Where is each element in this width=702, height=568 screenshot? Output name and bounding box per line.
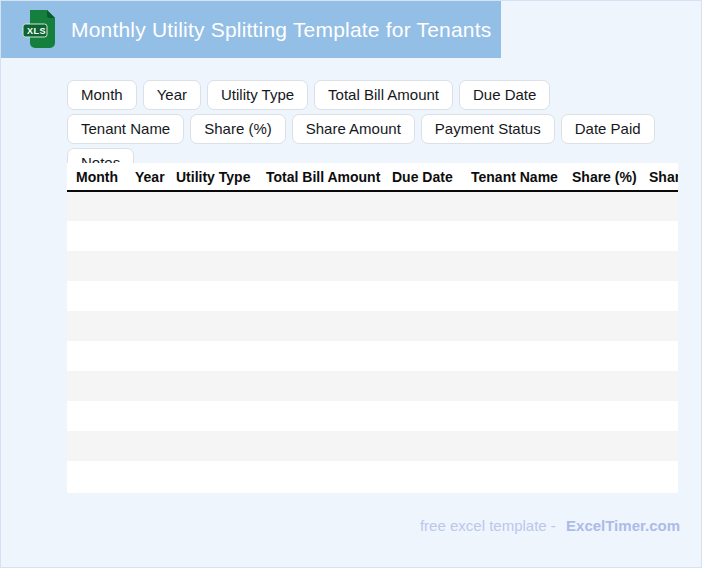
table-cell [67,371,126,401]
table-cell [167,311,257,341]
table-cell [640,221,678,251]
table-cell [67,281,126,311]
table-body [67,191,678,491]
table-cell [383,251,462,281]
table-cell [257,311,383,341]
chip-total-bill-amount[interactable]: Total Bill Amount [314,80,453,110]
table-cell [257,401,383,431]
table-cell [383,371,462,401]
table-cell [640,461,678,491]
chip-date-paid[interactable]: Date Paid [561,114,655,144]
chip-share[interactable]: Share (%) [190,114,286,144]
chip-month[interactable]: Month [67,80,137,110]
table-row [67,251,678,281]
table-cell [640,251,678,281]
column-header-total-bill-amount: Total Bill Amount [257,163,383,191]
table-cell [167,371,257,401]
column-header-year: Year [126,163,167,191]
table-cell [167,191,257,221]
page-title: Monthly Utility Splitting Template for T… [71,18,491,42]
table-cell [462,221,563,251]
table-cell [126,461,167,491]
table-cell [383,431,462,461]
chip-due-date[interactable]: Due Date [459,80,550,110]
table-cell [640,311,678,341]
table-cell [563,341,640,371]
table-cell [167,431,257,461]
table-cell [126,191,167,221]
table-cell [67,221,126,251]
table-cell [563,221,640,251]
table-cell [563,371,640,401]
table-header-row: MonthYearUtility TypeTotal Bill AmountDu… [67,163,678,191]
table-cell [67,191,126,221]
table-cell [462,191,563,221]
table-cell [383,461,462,491]
table-cell [383,311,462,341]
table-cell [167,221,257,251]
table-cell [167,281,257,311]
table-cell [126,341,167,371]
table-cell [640,371,678,401]
table-cell [257,221,383,251]
column-header-due-date: Due Date [383,163,462,191]
table-cell [462,461,563,491]
table-row [67,341,678,371]
table-cell [383,341,462,371]
table-cell [126,311,167,341]
table-cell [67,251,126,281]
table-row [67,191,678,221]
table-cell [640,431,678,461]
table-cell [167,251,257,281]
chip-payment-status[interactable]: Payment Status [421,114,555,144]
chip-tenant-name[interactable]: Tenant Name [67,114,184,144]
table-row [67,311,678,341]
table-cell [563,431,640,461]
svg-text:XLS: XLS [27,26,46,36]
column-header-month: Month [67,163,126,191]
footer-text: free excel template - [420,517,556,534]
xls-file-icon: XLS [21,9,58,51]
table-cell [67,401,126,431]
table-cell [126,401,167,431]
table-cell [257,431,383,461]
table-cell [640,341,678,371]
column-header-tenant-name: Tenant Name [462,163,563,191]
table-cell [383,401,462,431]
table-cell [257,341,383,371]
table-cell [126,371,167,401]
table-cell [563,281,640,311]
table-cell [383,221,462,251]
table-cell [462,341,563,371]
table-cell [67,341,126,371]
table-cell [167,461,257,491]
table-cell [126,251,167,281]
column-header-share: Share (%) [563,163,640,191]
chip-share-amount[interactable]: Share Amount [292,114,415,144]
table-cell [563,251,640,281]
table-cell [462,401,563,431]
table-cell [462,371,563,401]
column-header-utility-type: Utility Type [167,163,257,191]
table-cell [67,431,126,461]
table-row [67,371,678,401]
table-cell [257,281,383,311]
table-cell [563,191,640,221]
table-cell [126,221,167,251]
template-table: MonthYearUtility TypeTotal Bill AmountDu… [67,163,678,491]
table-cell [462,431,563,461]
table-cell [462,281,563,311]
footer-brand-link[interactable]: ExcelTimer.com [566,517,680,534]
table-cell [383,191,462,221]
header-banner: XLS Monthly Utility Splitting Template f… [1,1,501,58]
table-cell [257,251,383,281]
table-cell [563,311,640,341]
table-row [67,281,678,311]
template-table-container: MonthYearUtility TypeTotal Bill AmountDu… [67,163,678,493]
chip-year[interactable]: Year [143,80,201,110]
table-cell [67,311,126,341]
table-row [67,431,678,461]
table-cell [563,401,640,431]
chip-utility-type[interactable]: Utility Type [207,80,308,110]
table-cell [167,401,257,431]
